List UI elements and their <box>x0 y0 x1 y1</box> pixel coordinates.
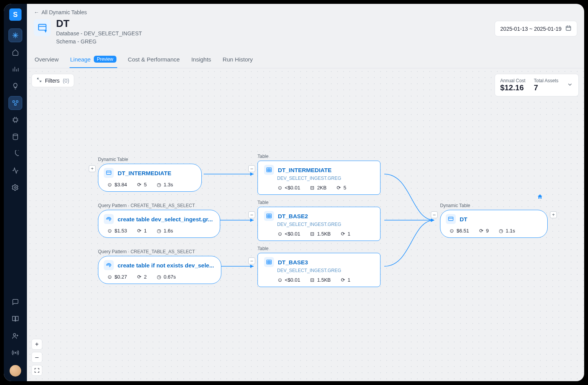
nav-pie-icon[interactable] <box>8 147 22 161</box>
refresh-icon: ⟳ <box>136 274 142 280</box>
node-query-pattern-2[interactable]: create table if not exists dev_sele... ⊙… <box>98 256 221 284</box>
svg-point-4 <box>13 134 18 136</box>
schema-label: Schema - GREG <box>56 38 142 46</box>
lineage-canvas[interactable]: Filters (0) Annual Cost $12.16 Total Ass… <box>27 68 584 381</box>
nav-cpu-icon[interactable] <box>8 113 22 127</box>
node-query-pattern-1[interactable]: create table dev_select_ingest.gr... ⊙$1… <box>98 210 220 238</box>
node-title: DT_BASE2 <box>278 213 308 219</box>
nav-chat-icon[interactable] <box>8 295 22 309</box>
tab-run-history[interactable]: Run History <box>222 51 253 68</box>
filters-count: (0) <box>63 78 69 84</box>
svg-rect-2 <box>15 104 17 106</box>
tabs: Overview Lineage Preview Cost & Performa… <box>27 51 584 68</box>
table-icon <box>264 165 274 175</box>
node-title: DT_INTERMEDIATE <box>278 167 332 173</box>
collapse-button[interactable]: – <box>248 211 255 218</box>
chevron-down-icon <box>567 81 573 89</box>
total-assets-label: Total Assets <box>534 78 558 83</box>
total-assets-value: 7 <box>534 83 558 92</box>
user-avatar[interactable] <box>10 365 21 377</box>
svg-rect-11 <box>106 171 111 174</box>
database-label: Database - DEV_SELECT_INGEST <box>56 30 142 38</box>
nav-bulb-icon[interactable] <box>8 79 22 93</box>
node-subtitle: DEV_SELECT_INGEST.GREG <box>277 222 374 227</box>
node-title: create table if not exists dev_sele... <box>118 262 214 269</box>
nav-database-icon[interactable] <box>8 130 22 144</box>
refresh-icon: ⟳ <box>340 277 346 283</box>
svg-rect-1 <box>16 101 18 103</box>
dollar-icon: ⊙ <box>107 274 113 280</box>
storage-icon: ⊟ <box>309 185 315 191</box>
svg-rect-13 <box>267 214 271 218</box>
app-logo[interactable]: S <box>9 8 22 21</box>
dynamic-table-icon <box>446 214 456 224</box>
nav-activity-icon[interactable] <box>8 164 22 178</box>
svg-rect-14 <box>267 260 271 264</box>
nav-home-icon[interactable] <box>8 45 22 59</box>
node-title: DT_INTERMEDIATE <box>118 170 171 176</box>
tab-cost-performance[interactable]: Cost & Performance <box>127 51 181 68</box>
nav-user-add-icon[interactable] <box>8 329 22 343</box>
dollar-icon: ⊙ <box>107 228 113 234</box>
node-type-label: Table <box>257 246 380 251</box>
expand-right-button[interactable]: + <box>550 211 557 218</box>
nav-workflow-icon[interactable] <box>8 96 22 110</box>
node-title: DT_BASE3 <box>278 259 308 266</box>
collapse-icon <box>37 77 42 84</box>
zoom-out-button[interactable]: – <box>32 352 42 363</box>
home-icon <box>537 194 543 201</box>
node-dt-target[interactable]: – + DT ⊙$6.51 ⟳9 ◷1.1s <box>440 210 548 238</box>
node-type-label: Dynamic Table <box>98 157 202 162</box>
preview-badge: Preview <box>94 56 116 63</box>
expand-left-button[interactable]: + <box>89 165 96 172</box>
filters-button[interactable]: Filters (0) <box>32 74 74 87</box>
storage-icon: ⊟ <box>309 231 315 237</box>
node-type-label: Table <box>257 200 380 205</box>
table-icon <box>264 257 274 267</box>
fit-view-button[interactable] <box>32 365 42 376</box>
node-type-label: Query Pattern · CREATE_TABLE_AS_SELECT <box>98 203 220 208</box>
svg-rect-9 <box>566 26 571 30</box>
calendar-icon <box>565 25 571 32</box>
table-icon <box>264 211 274 221</box>
nav-book-icon[interactable] <box>8 312 22 326</box>
sidebar: S <box>4 4 27 381</box>
breadcrumb-back[interactable]: ← All Dynamic Tables <box>27 4 584 18</box>
svg-rect-8 <box>38 24 46 30</box>
node-title: create table dev_select_ingest.gr... <box>118 216 213 222</box>
refresh-icon: ⟳ <box>136 182 142 188</box>
annual-cost-label: Annual Cost <box>500 78 525 83</box>
nav-gear-icon[interactable] <box>8 181 22 194</box>
dollar-icon: ⊙ <box>277 277 283 283</box>
node-subtitle: DEV_SELECT_INGEST.GREG <box>277 268 374 273</box>
node-table-dt-base2[interactable]: – DT_BASE2 DEV_SELECT_INGEST.GREG ⊙<$0.0… <box>257 207 380 241</box>
svg-point-5 <box>15 187 17 189</box>
clock-icon: ◷ <box>498 228 504 234</box>
nav-broadcast-icon[interactable] <box>8 346 22 360</box>
summary-card[interactable]: Annual Cost $12.16 Total Assets 7 <box>495 74 579 96</box>
svg-point-6 <box>13 334 16 336</box>
collapse-button[interactable]: – <box>248 165 255 172</box>
filters-label: Filters <box>45 78 60 84</box>
tab-lineage[interactable]: Lineage Preview <box>70 51 117 68</box>
breadcrumb-text: All Dynamic Tables <box>42 9 87 15</box>
node-table-dt-base3[interactable]: – DT_BASE3 DEV_SELECT_INGEST.GREG ⊙<$0.0… <box>257 253 380 287</box>
node-table-dt-intermediate[interactable]: – DT_INTERMEDIATE DEV_SELECT_INGEST.GREG… <box>257 161 380 195</box>
tab-overview[interactable]: Overview <box>34 51 60 68</box>
nav-snowflake-icon[interactable] <box>8 28 22 42</box>
collapse-button[interactable]: – <box>431 211 438 218</box>
refresh-icon: ⟳ <box>340 231 346 237</box>
svg-rect-12 <box>267 168 271 172</box>
arrow-left-icon: ← <box>34 9 39 15</box>
node-dt-intermediate-dynamic[interactable]: + DT_INTERMEDIATE ⊙$3.84 ⟳5 ◷1.3s <box>98 164 202 192</box>
node-subtitle: DEV_SELECT_INGEST.GREG <box>277 176 374 181</box>
collapse-button[interactable]: – <box>248 257 255 264</box>
nav-chart-icon[interactable] <box>8 62 22 76</box>
dollar-icon: ⊙ <box>449 228 455 234</box>
zoom-in-button[interactable]: + <box>32 339 42 350</box>
date-range-picker[interactable]: 2025-01-13 ~ 2025-01-19 <box>495 21 577 37</box>
tab-insights[interactable]: Insights <box>191 51 212 68</box>
clock-icon: ◷ <box>156 274 162 280</box>
dollar-icon: ⊙ <box>277 185 283 191</box>
dynamic-table-icon <box>104 168 114 178</box>
